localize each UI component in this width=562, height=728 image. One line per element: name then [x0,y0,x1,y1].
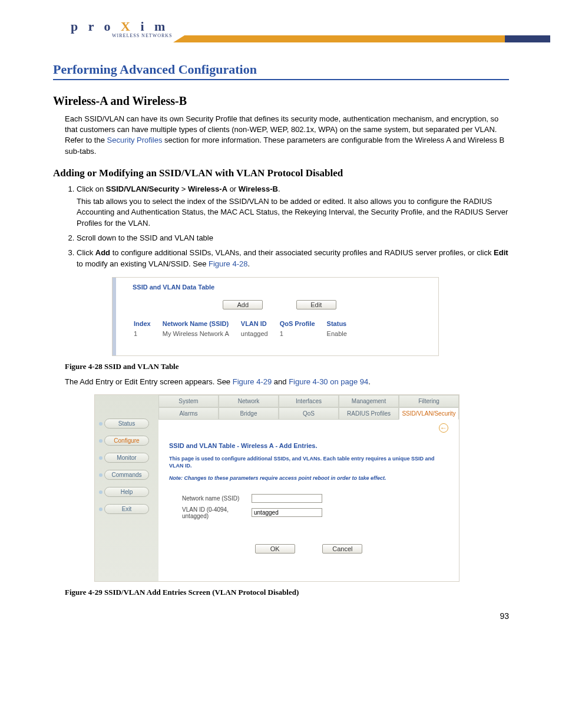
label-vlan-id: VLAN ID (0-4094, untagged) [169,506,252,519]
section-heading: Wireless-A and Wireless-B [53,94,509,108]
link-security-profiles[interactable]: Security Profiles [107,136,163,144]
ok-button[interactable]: OK [255,544,295,554]
step1-bold3: Wireless-B [239,185,278,193]
cell-qos: 1 [280,330,326,338]
tab-ssid-vlan-security[interactable]: SSID/VLAN/Security [399,407,459,420]
page-header: p r o X i m WIRELESS NETWORKS [12,6,550,50]
step1-gt: > [179,185,188,193]
tab-network[interactable]: Network [219,395,279,407]
figure-4-28-caption: Figure 4-28 SSID and VLAN Table [65,362,509,371]
step-1: Click on SSID/VLAN/Security > Wireless-A… [77,184,509,229]
tab-row-1: System Network Interfaces Management Fil… [158,395,459,407]
tab-system[interactable]: System [158,395,219,407]
sidebar-item-commands[interactable]: Commands [104,470,149,480]
step1-detail: This tab allows you to select the index … [77,196,509,230]
figure-4-29-caption: Figure 4-29 SSID/VLAN Add Entries Screen… [65,588,509,597]
intro-paragraph: Each SSID/VLAN can have its own Security… [65,114,509,157]
page-title: Performing Advanced Configuration [53,62,509,80]
sidebar-item-help[interactable]: Help [104,487,149,497]
ssid-vlan-table: Index Network Name (SSID) VLAN ID QoS Pr… [133,318,359,339]
fig29-note: Note: Changes to these parameters requir… [169,475,448,481]
step3-pre: Click [77,248,95,257]
brand-subtext: WIRELESS NETWORKS [112,33,173,38]
input-vlan-id[interactable] [252,508,322,517]
cell-status: Enable [327,330,358,338]
cell-ssid: My Wireless Network A [163,330,240,338]
page-number: 93 [500,611,509,621]
fig29-heading: SSID and VLAN Table - Wireless A - Add E… [169,442,448,449]
col-status: Status [327,319,358,328]
tab-alarms[interactable]: Alarms [158,407,219,420]
step-3: Click Add to configure additional SSIDs,… [77,248,509,270]
table-row: 1 My Wireless Network A untagged 1 Enabl… [134,330,358,338]
input-network-name[interactable] [252,494,322,503]
col-vlan: VLAN ID [241,319,279,328]
figure-4-29: Status Configure Monitor Commands Help E… [94,394,459,582]
tab-bridge[interactable]: Bridge [219,407,279,420]
tab-qos[interactable]: QoS [279,407,339,420]
tab-management[interactable]: Management [339,395,399,407]
col-index: Index [134,319,161,328]
figure-4-28: SSID and VLAN Data Table Add Edit Index … [112,277,439,356]
cell-index: 1 [134,330,161,338]
post-fig28-text: The Add Entry or Edit Entry screen appea… [65,377,509,386]
label-network-name: Network name (SSID) [169,495,252,502]
step3-mid: to configure additional SSIDs, VLANs, an… [110,248,494,257]
step3-bold2: Edit [494,248,508,257]
sidebar-item-monitor[interactable]: Monitor [104,453,149,463]
step-2: Scroll down to the SSID and VLAN table [77,233,509,244]
col-ssid: Network Name (SSID) [163,319,240,328]
post-fig28-pre: The Add Entry or Edit Entry screen appea… [65,377,233,386]
post-fig28-end: . [368,377,371,386]
step1-end: . [278,185,280,193]
sidebar-item-configure[interactable]: Configure [104,436,149,446]
step3-post: to modify an existing VLAN/SSID. See [77,259,209,268]
step1-bold1: SSID/VLAN/Security [106,185,179,193]
cell-vlan: untagged [241,330,279,338]
scrollbar-track[interactable] [113,278,116,355]
step1-bold2: Wireless-A [188,185,227,193]
link-figure-4-28[interactable]: Figure 4-28 [209,259,247,268]
fig28-title: SSID and VLAN Data Table [133,284,427,291]
sidebar-item-exit[interactable]: Exit [104,504,149,514]
steps-list: Click on SSID/VLAN/Security > Wireless-A… [77,184,509,270]
post-fig28-and: and [272,377,289,386]
back-arrow-icon[interactable]: ← [439,423,448,433]
step1-or: or [227,185,239,193]
tab-interfaces[interactable]: Interfaces [279,395,339,407]
link-figure-4-30[interactable]: Figure 4-30 on page 94 [289,377,368,386]
link-figure-4-29[interactable]: Figure 4-29 [233,377,272,386]
sidebar: Status Configure Monitor Commands Help E… [95,395,158,581]
edit-button[interactable]: Edit [296,300,336,309]
header-stripe [173,35,550,42]
step3-end: . [247,259,250,268]
brand-logo: p r o X i m WIRELESS NETWORKS [71,19,173,38]
cancel-button[interactable]: Cancel [322,544,362,554]
subsection-heading: Adding or Modifying an SSID/VLAN with VL… [53,167,509,179]
tab-row-2: Alarms Bridge QoS RADIUS Profiles SSID/V… [158,407,459,420]
add-button[interactable]: Add [223,300,263,309]
fig29-description: This page is used to configure additiona… [169,455,448,469]
table-header-row: Index Network Name (SSID) VLAN ID QoS Pr… [134,319,358,328]
tab-filtering[interactable]: Filtering [399,395,459,407]
sidebar-item-status[interactable]: Status [104,419,149,429]
tab-radius-profiles[interactable]: RADIUS Profiles [339,407,399,420]
col-qos: QoS Profile [280,319,326,328]
step3-bold1: Add [95,248,110,257]
step1-pre: Click on [77,185,106,193]
